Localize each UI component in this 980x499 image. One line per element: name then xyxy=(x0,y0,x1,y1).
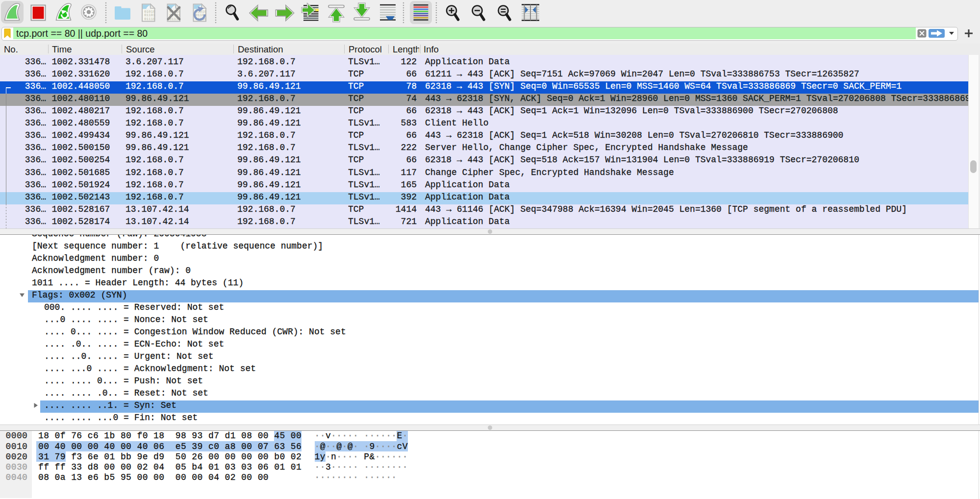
svg-text:01110: 01110 xyxy=(144,17,155,21)
